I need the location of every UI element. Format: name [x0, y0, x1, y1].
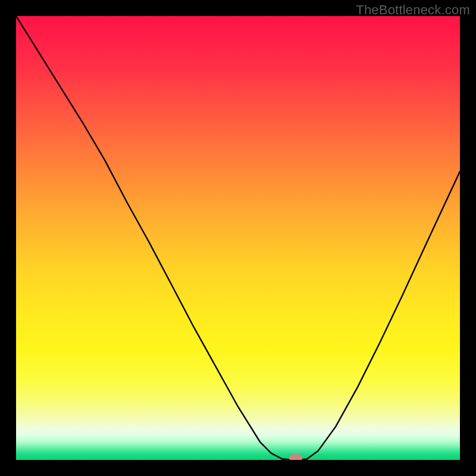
- curve-path: [16, 16, 460, 460]
- plot-area: [16, 16, 460, 460]
- optimal-point-marker: [289, 455, 302, 460]
- bottleneck-curve: [16, 16, 460, 460]
- watermark-text: TheBottleneck.com: [356, 2, 470, 18]
- chart-frame: TheBottleneck.com: [0, 0, 476, 476]
